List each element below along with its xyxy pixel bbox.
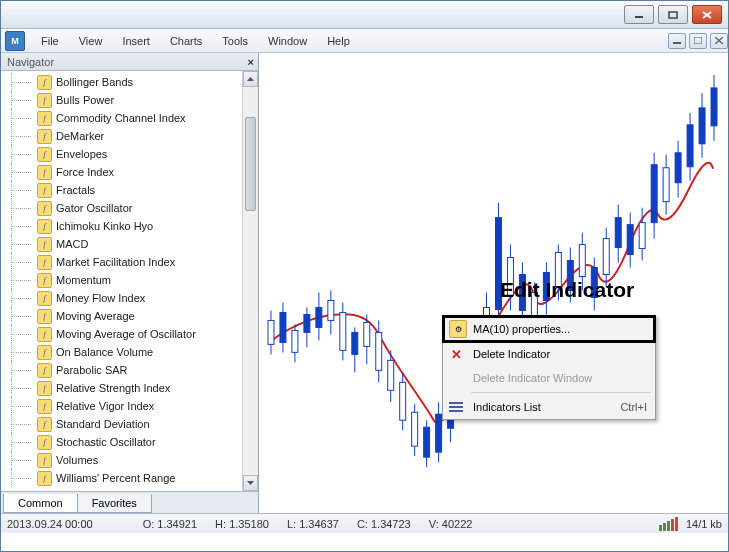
navigator-item[interactable]: fVolumes [1, 451, 258, 469]
navigator-tree[interactable]: fBollinger BandsfBulls PowerfCommodity C… [1, 71, 258, 491]
navigator-item[interactable]: fStochastic Oscillator [1, 433, 258, 451]
svg-rect-63 [615, 218, 621, 248]
ctx-separator [471, 392, 651, 393]
delete-icon: ✕ [447, 345, 465, 363]
navigator-item-label: Volumes [56, 454, 98, 466]
navigator-item[interactable]: fIchimoku Kinko Hyo [1, 217, 258, 235]
ctx-delete-label: Delete Indicator [473, 348, 550, 360]
close-button[interactable] [692, 5, 722, 24]
status-high: H: 1.35180 [215, 518, 269, 530]
navigator-item[interactable]: fForce Index [1, 163, 258, 181]
ctx-delete-indicator[interactable]: ✕ Delete Indicator [443, 342, 655, 366]
navigator-item[interactable]: fParabolic SAR [1, 361, 258, 379]
context-menu: ⚙ MA(10) properties... ✕ Delete Indicato… [442, 315, 656, 420]
svg-rect-17 [340, 312, 346, 350]
chart-area[interactable] [259, 53, 728, 513]
navigator-item[interactable]: fWilliams' Percent Range [1, 469, 258, 487]
svg-rect-9 [292, 330, 298, 352]
navigator-item[interactable]: fDeMarker [1, 127, 258, 145]
indicator-icon: f [37, 327, 52, 342]
navigator-item-label: Ichimoku Kinko Hyo [56, 220, 153, 232]
indicator-icon: f [37, 399, 52, 414]
menu-window[interactable]: Window [258, 32, 317, 50]
navigator-item-label: Bulls Power [56, 94, 114, 106]
navigator-item-label: On Balance Volume [56, 346, 153, 358]
navigator-item-label: Force Index [56, 166, 114, 178]
tab-common[interactable]: Common [3, 494, 78, 513]
indicator-icon: f [37, 129, 52, 144]
svg-rect-75 [687, 125, 693, 167]
svg-rect-71 [663, 168, 669, 202]
menu-bar: M File View Insert Charts Tools Window H… [1, 29, 728, 53]
window-titlebar [1, 1, 728, 29]
mdi-minimize-button[interactable] [668, 33, 686, 49]
svg-rect-15 [328, 300, 334, 320]
navigator-item[interactable]: fCommodity Channel Index [1, 109, 258, 127]
menu-insert[interactable]: Insert [112, 32, 160, 50]
ctx-properties[interactable]: ⚙ MA(10) properties... [442, 315, 656, 343]
navigator-tabs: Common Favorites [1, 491, 258, 513]
svg-rect-65 [627, 225, 633, 255]
svg-rect-3 [694, 37, 702, 44]
navigator-item[interactable]: fStandard Deviation [1, 415, 258, 433]
indicator-icon: f [37, 219, 52, 234]
svg-rect-29 [412, 412, 418, 446]
indicator-icon: f [37, 345, 52, 360]
navigator-close-icon[interactable]: × [248, 56, 254, 68]
ctx-delete-window: Delete Indicator Window [443, 366, 655, 390]
indicator-icon: f [37, 183, 52, 198]
navigator-item[interactable]: fMomentum [1, 271, 258, 289]
mdi-close-button[interactable] [710, 33, 728, 49]
svg-rect-82 [449, 410, 463, 412]
navigator-title: Navigator [7, 56, 54, 68]
svg-rect-1 [669, 12, 677, 18]
indicator-icon: f [37, 255, 52, 270]
navigator-item[interactable]: fMoving Average [1, 307, 258, 325]
indicator-icon: f [37, 237, 52, 252]
navigator-item[interactable]: fMoving Average of Oscillator [1, 325, 258, 343]
status-bar: 2013.09.24 00:00 O: 1.34921 H: 1.35180 L… [1, 513, 728, 533]
navigator-item-label: Commodity Channel Index [56, 112, 186, 124]
ctx-indicators-list[interactable]: Indicators List Ctrl+I [443, 395, 655, 419]
navigator-item-label: Fractals [56, 184, 95, 196]
connection-signal-icon [659, 517, 678, 531]
svg-rect-61 [603, 239, 609, 275]
tab-favorites[interactable]: Favorites [77, 494, 152, 513]
navigator-item[interactable]: fBollinger Bands [1, 73, 258, 91]
list-icon [447, 398, 465, 416]
mdi-restore-button[interactable] [689, 33, 707, 49]
navigator-item-label: Moving Average [56, 310, 135, 322]
navigator-item[interactable]: fMoney Flow Index [1, 289, 258, 307]
navigator-item[interactable]: fMarket Facilitation Index [1, 253, 258, 271]
indicator-icon: f [37, 147, 52, 162]
navigator-item[interactable]: fRelative Vigor Index [1, 397, 258, 415]
menu-file[interactable]: File [31, 32, 69, 50]
app-icon: M [5, 31, 25, 51]
menu-view[interactable]: View [69, 32, 113, 50]
menu-charts[interactable]: Charts [160, 32, 212, 50]
scroll-up-button[interactable] [243, 71, 258, 87]
navigator-item-label: Relative Vigor Index [56, 400, 154, 412]
navigator-item[interactable]: fGator Oscillator [1, 199, 258, 217]
status-close: C: 1.34723 [357, 518, 411, 530]
navigator-item[interactable]: fOn Balance Volume [1, 343, 258, 361]
navigator-item[interactable]: fFractals [1, 181, 258, 199]
navigator-panel: Navigator × fBollinger BandsfBulls Power… [1, 53, 259, 513]
navigator-header: Navigator × [1, 53, 258, 71]
navigator-item[interactable]: fBulls Power [1, 91, 258, 109]
scroll-down-button[interactable] [243, 475, 258, 491]
minimize-button[interactable] [624, 5, 654, 24]
maximize-button[interactable] [658, 5, 688, 24]
menu-help[interactable]: Help [317, 32, 360, 50]
svg-rect-13 [316, 307, 322, 327]
navigator-item[interactable]: fRelative Strength Index [1, 379, 258, 397]
navigator-item[interactable]: fEnvelopes [1, 145, 258, 163]
status-datetime: 2013.09.24 00:00 [7, 518, 93, 530]
status-low: L: 1.34637 [287, 518, 339, 530]
menu-tools[interactable]: Tools [212, 32, 258, 50]
svg-rect-2 [673, 42, 681, 44]
ctx-list-label: Indicators List [473, 401, 541, 413]
navigator-scrollbar[interactable] [242, 71, 258, 491]
navigator-item[interactable]: fMACD [1, 235, 258, 253]
scroll-thumb[interactable] [245, 117, 256, 211]
